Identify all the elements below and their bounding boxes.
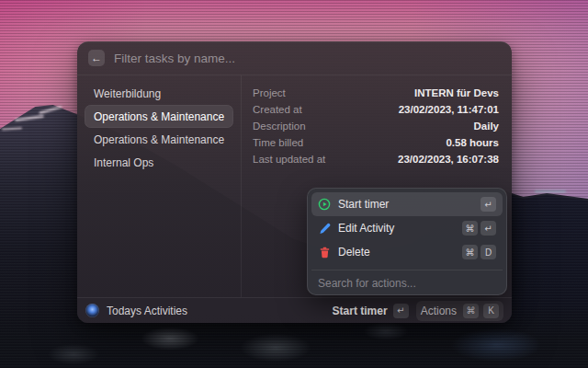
search-input[interactable] (114, 52, 501, 65)
task-list-item[interactable]: Internal Ops (85, 151, 233, 174)
footer-app-name: Todays Activities (107, 305, 187, 317)
cmd-key-badge: ⌘ (462, 221, 478, 236)
task-list: Weiterbildung Operations & Maintenance O… (77, 75, 242, 297)
detail-value: 23/02/2023, 11:47:01 (399, 104, 499, 115)
trash-icon (318, 246, 331, 259)
return-key-badge: ↵ (481, 197, 496, 212)
back-button[interactable]: ← (88, 50, 105, 66)
return-key-badge: ↵ (481, 221, 496, 236)
action-label: Edit Activity (338, 222, 394, 235)
wallpaper-ridge-glint (535, 190, 566, 192)
action-label: Start timer (338, 198, 389, 211)
pencil-icon (318, 222, 331, 235)
cmd-key-badge: ⌘ (463, 304, 479, 318)
footer-right: Start timer ↵ Actions ⌘ K (333, 301, 503, 321)
task-list-item-selected[interactable]: Operations & Maintenance (85, 105, 233, 128)
detail-label: Description (253, 121, 306, 132)
footer-app: Todays Activities (85, 304, 187, 317)
footer-actions-button[interactable]: Actions ⌘ K (416, 301, 503, 321)
detail-label: Project (253, 87, 286, 98)
cmd-key-badge: ⌘ (462, 245, 478, 259)
detail-row: Last updated at 23/02/2023, 16:07:38 (253, 154, 499, 165)
actions-search-input[interactable] (318, 277, 496, 290)
footer-actions-label: Actions (421, 305, 457, 317)
play-circle-icon (318, 198, 331, 211)
back-arrow-icon: ← (91, 52, 102, 63)
task-list-item[interactable]: Operations & Maintenance (85, 128, 233, 151)
detail-label: Created at (253, 104, 302, 115)
detail-row: Description Daily (253, 121, 499, 132)
detail-value: INTERN für Devs (414, 87, 499, 98)
actions-popup: Start timer ↵ Edit Activity ⌘ ↵ (307, 188, 507, 295)
footer-start-timer-button[interactable]: Start timer ↵ (333, 304, 409, 318)
action-keys: ↵ (481, 197, 496, 212)
k-key-badge: K (483, 304, 499, 318)
action-edit-activity[interactable]: Edit Activity ⌘ ↵ (311, 216, 503, 240)
detail-row: Time billed 0.58 hours (253, 137, 499, 148)
screen: ← Weiterbildung Operations & Maintenance… (0, 0, 588, 368)
return-key-badge: ↵ (393, 304, 409, 318)
detail-row: Project INTERN für Devs (253, 87, 499, 98)
task-list-item[interactable]: Weiterbildung (85, 82, 233, 105)
task-list-item-label: Internal Ops (94, 156, 153, 169)
task-list-item-label: Weiterbildung (94, 87, 161, 100)
d-key-badge: D (481, 245, 496, 259)
detail-value: Daily (474, 121, 500, 132)
search-bar: ← (77, 41, 512, 75)
detail-value: 0.58 hours (446, 137, 499, 148)
detail-label: Last updated at (253, 154, 325, 165)
detail-value: 23/02/2023, 16:07:38 (398, 154, 499, 165)
footer-bar: Todays Activities Start timer ↵ Actions … (77, 297, 512, 323)
detail-row: Created at 23/02/2023, 11:47:01 (253, 104, 499, 115)
action-label: Delete (338, 246, 370, 259)
action-keys: ⌘ D (462, 245, 496, 259)
task-list-item-label: Operations & Maintenance (94, 110, 224, 123)
action-start-timer[interactable]: Start timer ↵ (311, 192, 503, 216)
app-icon (85, 304, 99, 317)
footer-start-timer-label: Start timer (333, 305, 388, 317)
actions-search (311, 270, 503, 296)
task-list-item-label: Operations & Maintenance (94, 133, 224, 146)
action-delete[interactable]: Delete ⌘ D (311, 240, 503, 264)
action-keys: ⌘ ↵ (462, 221, 496, 236)
detail-label: Time billed (253, 137, 303, 148)
